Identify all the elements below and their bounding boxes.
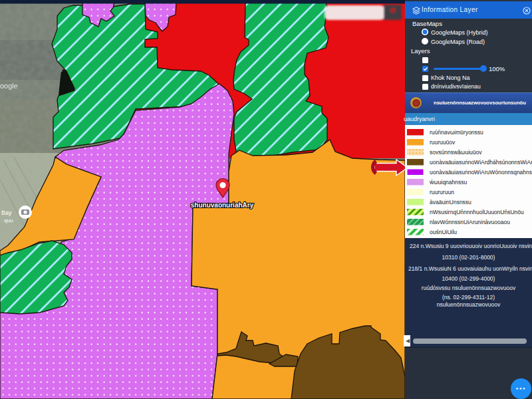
svg-text:Bay: Bay	[1, 209, 12, 216]
svg-text:shunuvaonuriahAry: shunuvaonuriahAry	[191, 201, 254, 209]
svg-text:quu: quu	[4, 217, 13, 223]
svg-text:oogle: oogle	[0, 82, 18, 90]
